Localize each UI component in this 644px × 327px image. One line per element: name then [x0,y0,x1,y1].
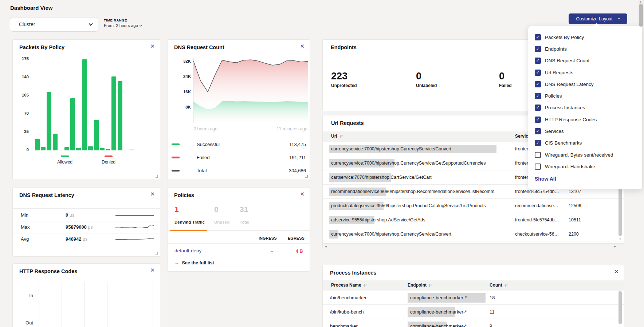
url-cell: recommendationservice:8080/hipstershop.R… [331,189,494,194]
checkbox-unchecked-icon[interactable] [535,152,541,158]
latency-min-label: Min [21,212,28,218]
checkbox-checked-icon[interactable]: ✓ [535,128,541,134]
arrow-right-icon: → [174,260,179,265]
table-row[interactable]: productcatalogservice:3550/hipstershop.P… [323,199,624,213]
scroll-left-icon[interactable]: ◀ [325,245,327,248]
menu-item[interactable]: ✓DNS Request Latency [528,78,642,90]
tab-unused[interactable]: Unused [214,220,229,224]
checkbox-checked-icon[interactable]: ✓ [535,105,541,111]
close-icon[interactable]: ✕ [150,43,155,50]
customize-layout-button[interactable]: Customize Layout [569,13,627,24]
row-label-in: In [19,293,33,298]
view-selector[interactable]: Cluster [10,17,98,32]
service-cell: frontend-5fc5754db… [515,189,562,194]
horizontal-scrollbar[interactable]: ◀ ▶ [323,243,624,249]
table-row[interactable]: benchmarkercompliance-benchmarker-*9 [323,319,624,327]
menu-item[interactable]: ✓Url Requests [528,67,642,78]
url-cell: currencyservice:7000/hipstershop.Currenc… [331,146,451,151]
checkbox-checked-icon[interactable]: ✓ [535,81,541,87]
close-icon[interactable]: ✕ [300,43,305,50]
allowed-bar [70,98,75,150]
column-header-count[interactable]: Count [490,283,508,288]
menu-item[interactable]: Wireguard. Handshake [528,161,642,172]
scroll-right-icon[interactable]: ▶ [614,245,616,248]
menu-item[interactable]: ✓DNS Request Count [528,55,642,67]
menu-item-label: Packets By Policy [545,35,584,40]
menu-item[interactable]: ✓Endpoints [528,43,642,55]
sort-icon [363,283,367,287]
gridline [130,282,130,327]
y-tick-label: 35 [24,129,29,134]
time-range-control[interactable]: TIME RANGE From: 2 hours ago [104,18,142,28]
process-name-cell: /bin/kube-bench [330,309,364,315]
menu-item[interactable]: ✓Policies [528,90,642,102]
time-range-value[interactable]: From: 2 hours ago [104,23,142,28]
latency-avg-label: Avg [21,236,29,242]
checkbox-checked-icon[interactable]: ✓ [535,117,541,123]
show-all-link[interactable]: Show All [535,176,636,182]
y-tick-label: 140 [22,75,29,79]
checkbox-checked-icon[interactable]: ✓ [535,140,541,146]
gridline [39,282,39,327]
dns-area-chart [193,58,308,123]
legend-row-successful: Successful 113,475 [171,138,307,151]
card-title: Url Requests [331,120,364,126]
close-icon[interactable]: ✕ [300,191,305,197]
checkbox-checked-icon[interactable]: ✓ [535,46,541,52]
dns-area-svg [193,58,308,123]
checkbox-unchecked-icon[interactable] [535,164,541,170]
menu-item[interactable]: Wireguard. Bytes sent/received [528,149,642,161]
column-header-process-name[interactable]: Process Name [331,283,367,288]
latency-spark-1 [115,224,154,230]
see-full-list-link[interactable]: →See the full list [174,260,214,265]
checkbox-checked-icon[interactable]: ✓ [535,93,541,99]
stat-label: Unprotected [331,83,357,88]
checkbox-checked-icon[interactable]: ✓ [535,34,541,40]
count-cell: 9 [490,323,492,327]
column-header-url[interactable]: Url [331,134,343,139]
service-cell: frontend-5fc5754db… [515,217,562,222]
allowed-swatch [61,155,69,157]
menu-item[interactable]: ✓Services [528,125,642,137]
close-icon[interactable]: ✕ [150,191,155,197]
resize-handle-icon[interactable] [156,252,158,255]
menu-item-label: Policies [545,93,562,99]
x-axis-end-label: 11 minutes ago [276,126,307,131]
table-row[interactable]: /bin/benchmarkercompliance-benchmarker-*… [323,291,624,305]
stat-value: 223 [331,71,357,82]
menu-item[interactable]: ✓Packets By Policy [528,31,642,43]
tab-denying-count: 1 [174,205,179,214]
tab-denying-traffic[interactable]: Denying Traffic [174,220,205,224]
scroll-down-icon[interactable]: ▼ [619,238,621,240]
tab-total[interactable]: Total [240,220,250,224]
y-tick-label: 0 [27,147,29,152]
column-header-endpoint[interactable]: Endpoint [408,283,432,288]
card-process-instances: Process Instances ✕ Process Name Endpoin… [322,265,624,327]
denied-swatch [105,155,113,157]
chevron-down-icon [140,24,142,27]
table-row[interactable]: /bin/kube-benchcompliance-benchmarker-*1… [323,305,624,319]
url-cell: productcatalogservice:3550/hipstershop.P… [331,203,486,208]
menu-item[interactable]: ✓HTTP Response Codes [528,114,642,125]
allowed-bar [88,146,93,150]
table-scrollbar-thumb[interactable] [619,291,622,324]
count-cell: 13107 [569,189,581,194]
scroll-up-icon[interactable]: ▲ [639,0,642,3]
page-scrollbar-thumb[interactable] [639,4,643,27]
gridline [62,282,62,327]
checkbox-checked-icon[interactable]: ✓ [535,70,541,76]
successful-swatch [172,143,180,145]
dns-legend: Successful 113,475 Failed 191,211 Total … [171,138,307,177]
url-cell: adservice:9555/hipstershop.AdService/Get… [331,217,425,222]
egress-header: EGRESS [288,236,305,240]
menu-item[interactable]: ✓CIS Benchmarks [528,137,642,149]
menu-item[interactable]: ✓Process Instances [528,102,642,114]
resize-handle-icon[interactable] [305,175,308,178]
close-icon[interactable]: ✕ [614,268,619,275]
checkbox-checked-icon[interactable]: ✓ [535,58,541,64]
close-icon[interactable]: ✕ [150,267,155,273]
table-row[interactable]: currencyservice:7000/hipstershop.Currenc… [323,227,624,241]
resize-handle-icon[interactable] [156,175,158,178]
table-row[interactable]: adservice:9555/hipstershop.AdService/Get… [323,213,624,227]
policy-link[interactable]: default-deny [174,248,201,253]
